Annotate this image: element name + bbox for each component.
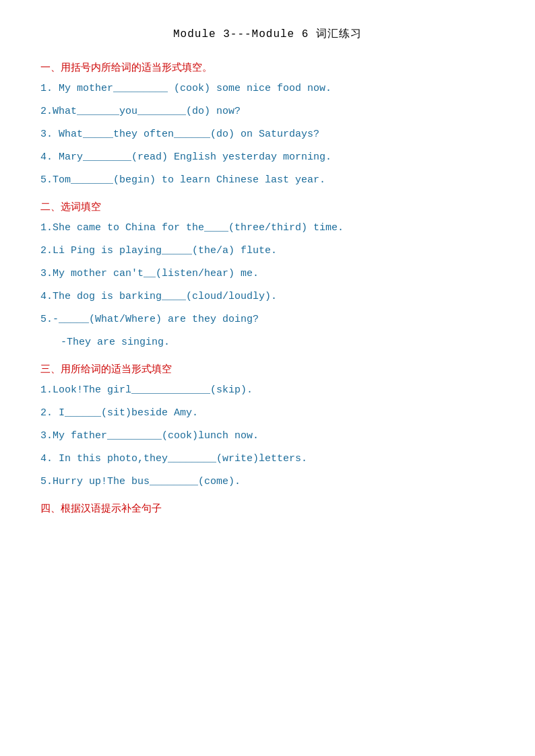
- s1-item-3: 3. What_____they often______(do) on Satu…: [40, 127, 495, 143]
- s3-item-1: 1.Look!The girl_____________(skip).: [40, 382, 495, 399]
- section4-title: 四、根据汉语提示补全句子: [40, 502, 495, 515]
- section2-title: 二、选词填空: [40, 201, 495, 213]
- s2-item-1: 1.She came to China for the____(three/th…: [40, 220, 495, 236]
- section1-items: 1. My mother_________ (cook) some nice f…: [40, 81, 495, 188]
- section3-title: 三、用所给词的适当形式填空: [40, 363, 495, 376]
- section1-title: 一、用括号内所给词的适当形式填空。: [40, 61, 495, 74]
- s2-item-2: 2.Li Ping is playing_____(the/a) flute.: [40, 243, 495, 259]
- section3-items: 1.Look!The girl_____________(skip). 2. I…: [40, 382, 495, 490]
- s3-item-4: 4. In this photo,they________(write)lett…: [40, 451, 495, 467]
- s1-item-1: 1. My mother_________ (cook) some nice f…: [40, 81, 495, 97]
- s3-item-2: 2. I______(sit)beside Amy.: [40, 405, 495, 421]
- s2-item-3: 3.My mother can't__(listen/hear) me.: [40, 266, 495, 282]
- s3-item-5: 5.Hurry up!The bus________(come).: [40, 474, 495, 490]
- page-title: Module 3---Module 6 词汇练习: [40, 27, 495, 41]
- section2-items: 1.She came to China for the____(three/th…: [40, 220, 495, 351]
- s2-item-4: 4.The dog is barking____(cloud/loudly).: [40, 289, 495, 305]
- s2-item-6: -They are singing.: [61, 335, 495, 351]
- s1-item-4: 4. Mary________(read) English yesterday …: [40, 149, 495, 166]
- s1-item-5: 5.Tom_______(begin) to learn Chinese las…: [40, 172, 495, 188]
- s1-item-2: 2.What_______you________(do) now?: [40, 104, 495, 120]
- s3-item-3: 3.My father_________(cook)lunch now.: [40, 428, 495, 444]
- s2-item-5: 5.-_____(What/Where) are they doing?: [40, 312, 495, 328]
